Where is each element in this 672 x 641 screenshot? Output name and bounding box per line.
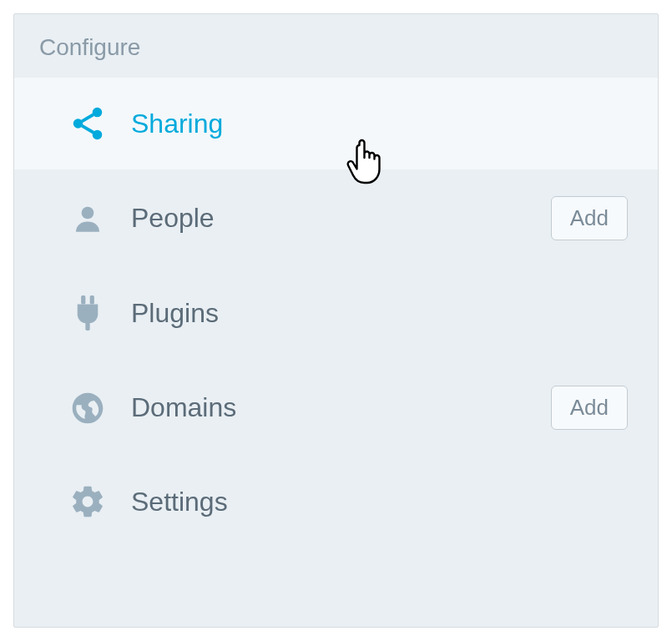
menu-label-domains: Domains xyxy=(131,392,551,423)
gear-icon xyxy=(64,483,111,520)
menu-item-people[interactable]: People Add xyxy=(14,169,658,267)
svg-rect-8 xyxy=(85,322,89,331)
menu-item-settings[interactable]: Settings xyxy=(14,457,658,547)
share-icon xyxy=(64,104,111,143)
menu-item-sharing[interactable]: Sharing xyxy=(14,78,658,169)
menu-label-sharing: Sharing xyxy=(131,109,633,139)
menu-label-settings: Settings xyxy=(131,487,633,517)
svg-rect-6 xyxy=(81,295,85,305)
menu-label-plugins: Plugins xyxy=(131,298,633,329)
svg-rect-7 xyxy=(90,295,94,305)
menu-item-domains[interactable]: Domains Add xyxy=(14,359,658,457)
svg-point-5 xyxy=(82,206,94,219)
globe-icon xyxy=(64,390,111,426)
configure-panel: Configure Sharing People Add xyxy=(13,13,659,628)
add-domains-button[interactable]: Add xyxy=(551,386,628,430)
plug-icon xyxy=(64,294,111,332)
svg-line-4 xyxy=(82,126,93,133)
svg-line-3 xyxy=(82,114,93,121)
menu-item-plugins[interactable]: Plugins xyxy=(14,267,658,359)
menu-label-people: People xyxy=(131,203,551,234)
add-people-button[interactable]: Add xyxy=(551,196,628,240)
person-icon xyxy=(64,201,111,236)
panel-title: Configure xyxy=(14,14,658,78)
